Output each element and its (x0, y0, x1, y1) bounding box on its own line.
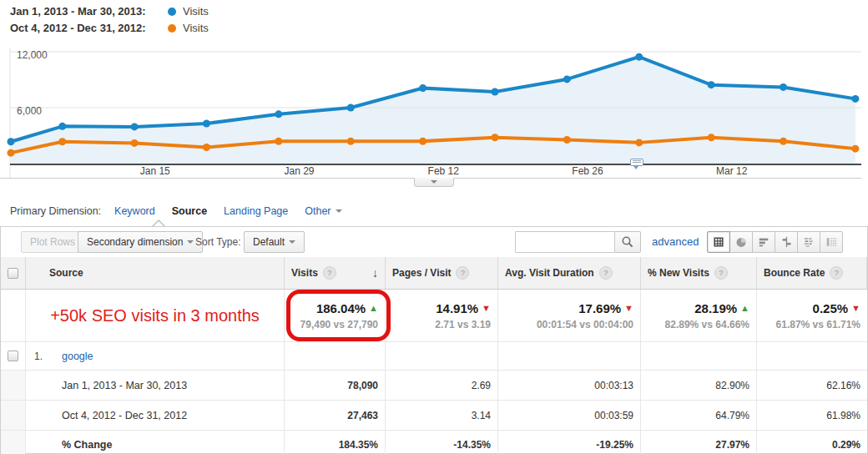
annotation-marker-icon[interactable] (630, 159, 643, 166)
percentage-view-button[interactable] (729, 231, 753, 253)
pivot-columns-icon (825, 235, 837, 249)
up-arrow-icon: ▲ (740, 303, 749, 313)
view-toggle-group (707, 231, 843, 253)
header-new-visits[interactable]: % New Visits (641, 257, 757, 289)
date-range-label: Oct 4, 2012 - Dec 31, 2012 (26, 401, 285, 430)
summary-new-visits: 28.19%▲ 82.89% vs 64.66% (641, 290, 757, 341)
summary-avg-duration: 17.69%▼ 00:01:54 vs 00:04:00 (498, 290, 641, 341)
plot-rows-button[interactable]: Plot Rows (21, 231, 84, 253)
dimension-keyword-link[interactable]: Keyword (114, 205, 155, 217)
date-range-label: Jan 1, 2013 - Mar 30, 2013 (26, 371, 285, 400)
comparison-bars-icon (780, 235, 792, 249)
percent-change-label: % Change (26, 431, 285, 454)
header-pages-visit[interactable]: Pages / Visit (386, 257, 498, 289)
table-row-google: 1. google (1, 341, 867, 370)
summary-visits: 186.04%▲ 79,490 vs 27,790 (285, 290, 386, 341)
svg-text:6,000: 6,000 (17, 105, 42, 117)
row-index: 1. (26, 351, 62, 362)
dimension-other-dropdown[interactable]: Other (305, 205, 341, 217)
bounce-rate-value: 61.98% (757, 401, 867, 430)
visits-value: 27,463 (285, 401, 386, 430)
advanced-search-link[interactable]: advanced (652, 235, 699, 248)
search-button[interactable] (615, 231, 641, 253)
svg-text:Jan 29: Jan 29 (285, 165, 315, 177)
table-search-input[interactable] (515, 231, 615, 253)
help-icon[interactable] (323, 266, 336, 280)
help-icon[interactable] (830, 266, 843, 280)
header-visits[interactable]: Visits (285, 257, 386, 289)
chevron-down-icon (336, 209, 342, 213)
row-checkbox[interactable] (8, 351, 18, 361)
performance-view-button[interactable] (752, 231, 775, 253)
chevron-down-icon (187, 240, 194, 244)
legend-date-range: Oct 4, 2012 - Dec 31, 2012: (10, 22, 146, 34)
search-icon (621, 235, 634, 249)
new-visits-change: 27.97% (641, 431, 757, 454)
dimension-landing-page-link[interactable]: Landing Page (224, 205, 288, 217)
summary-row: +50k SEO visits in 3 months 186.04%▲ 79,… (1, 290, 867, 341)
legend-metric-label: Visits (183, 5, 209, 18)
term-cloud-icon (803, 235, 815, 249)
svg-text:Mar 12: Mar 12 (716, 165, 748, 177)
svg-text:Feb 26: Feb 26 (572, 165, 603, 177)
help-icon[interactable] (456, 266, 469, 280)
down-arrow-icon: ▼ (482, 303, 491, 313)
svg-text:12,000: 12,000 (17, 49, 48, 61)
table-row-previous-range: Oct 4, 2012 - Dec 31, 2012 27,463 3.14 0… (1, 400, 867, 430)
legend-date-range: Jan 1, 2013 - Mar 30, 2013: (10, 5, 146, 18)
table-header-row: Source Visits Pages / Visit Avg. Visit D… (1, 257, 867, 290)
table-toolbar: Plot Rows Secondary dimension Sort Type:… (1, 227, 867, 257)
new-visits-value: 82.90% (641, 371, 757, 400)
chevron-down-icon (289, 240, 295, 244)
header-checkbox-cell (1, 257, 26, 289)
pie-chart-icon (735, 235, 747, 249)
header-avg-visit-duration[interactable]: Avg. Visit Duration (498, 257, 641, 289)
primary-dimension-label: Primary Dimension: (10, 205, 101, 217)
svg-text:Feb 12: Feb 12 (428, 165, 460, 177)
legend-metric-label: Visits (183, 22, 209, 34)
visits-change: 184.35% (285, 431, 386, 454)
help-icon[interactable] (714, 266, 728, 280)
sort-type-label: Sort Type: (195, 231, 240, 253)
avg-duration-value: 00:03:59 (498, 401, 641, 430)
summary-bounce-rate: 0.25%▼ 61.87% vs 61.71% (757, 290, 867, 341)
svg-text:Jan 15: Jan 15 (140, 165, 170, 177)
new-visits-value: 64.79% (641, 401, 757, 430)
visits-line-chart: 6,00012,000Jan 15Jan 29Feb 12Feb 26Mar 1… (0, 46, 868, 188)
pages-visit-change: -14.35% (386, 431, 498, 454)
down-arrow-icon: ▼ (624, 303, 633, 313)
chart-collapse-button[interactable] (414, 178, 454, 187)
analytics-report-page: Jan 1, 2013 - Mar 30, 2013: Visits Oct 4… (0, 0, 868, 454)
visits-value: 78,090 (285, 371, 386, 400)
dimension-source-active[interactable]: Source (172, 205, 207, 217)
avg-duration-value: 00:03:13 (498, 371, 641, 400)
bounce-rate-value: 62.16% (757, 371, 867, 400)
comparison-view-button[interactable] (775, 231, 798, 253)
report-table-section: Plot Rows Secondary dimension Sort Type:… (0, 226, 868, 454)
term-cloud-view-button[interactable] (797, 231, 820, 253)
data-table-view-button[interactable] (707, 231, 730, 253)
header-source[interactable]: Source (26, 257, 285, 289)
source-google-link[interactable]: google (62, 351, 93, 362)
primary-dimension-bar: Primary Dimension: Keyword Source Landin… (10, 205, 342, 217)
table-row-percent-change: % Change 184.35% -14.35% -19.25% 27.97% … (1, 430, 867, 454)
down-arrow-icon: ▼ (851, 303, 860, 313)
pages-visit-value: 2.69 (386, 371, 498, 400)
table-row-current-range: Jan 1, 2013 - Mar 30, 2013 78,090 2.69 0… (1, 370, 867, 400)
secondary-dimension-button[interactable]: Secondary dimension (78, 231, 203, 253)
sort-type-dropdown[interactable]: Default (244, 231, 305, 253)
select-all-checkbox[interactable] (8, 268, 18, 279)
avg-duration-change: -19.25% (498, 431, 641, 454)
sort-descending-icon[interactable] (372, 266, 378, 280)
help-icon[interactable] (599, 266, 613, 280)
annotation-note: +50k SEO visits in 3 months (26, 290, 285, 341)
series-orange-dot-icon (168, 24, 176, 33)
series-blue-dot-icon (168, 8, 176, 16)
up-arrow-icon: ▲ (369, 303, 378, 313)
summary-pages-visit: 14.91%▼ 2.71 vs 3.19 (386, 290, 498, 341)
sources-table: Source Visits Pages / Visit Avg. Visit D… (1, 257, 867, 454)
pivot-view-button[interactable] (820, 231, 843, 253)
header-bounce-rate[interactable]: Bounce Rate (757, 257, 867, 289)
pages-visit-value: 3.14 (386, 401, 498, 430)
table-grid-icon (713, 235, 724, 249)
